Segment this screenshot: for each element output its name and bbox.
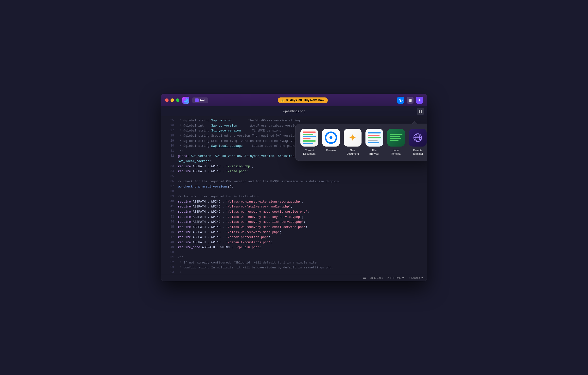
- titlebar-actions: [397, 97, 423, 104]
- code-line: 45 require ABSPATH . WPINC . '/class-wp-…: [161, 225, 427, 230]
- code-line: 48 require ABSPATH . WPINC . '/default-c…: [161, 240, 427, 245]
- code-line: 46 require ABSPATH . WPINC . '/class-wp-…: [161, 230, 427, 235]
- nova-app-icon: [182, 97, 189, 104]
- filename-label: wp-settings.php: [283, 109, 305, 113]
- preview-eye-outer: [325, 131, 337, 144]
- new-document-icon: ✦: [344, 129, 362, 147]
- code-line: 39 // Include files required for initial…: [161, 194, 427, 199]
- local-terminal-icon: [387, 129, 405, 147]
- code-line: 38: [161, 189, 427, 194]
- code-line: 42 require ABSPATH . WPINC . '/class-wp-…: [161, 209, 427, 215]
- star-icon: ✦: [349, 132, 357, 143]
- code-line: 40 require ABSPATH . WPINC . '/class-wp-…: [161, 199, 427, 205]
- tab-file-icon: [195, 98, 199, 102]
- panel-item-local-terminal[interactable]: LocalTerminal: [386, 128, 406, 157]
- status-menu-icon: [363, 276, 366, 279]
- preview-icon: [322, 129, 340, 147]
- panel-item-label: CurrentDocument: [303, 149, 315, 156]
- code-line: 34 require ABSPATH . WPINC . '/load.php'…: [161, 169, 427, 174]
- current-tab[interactable]: test: [192, 97, 208, 103]
- code-line: 43 require ABSPATH . WPINC . '/class-wp-…: [161, 215, 427, 220]
- code-line: 36 // Check for the required PHP version…: [161, 179, 427, 184]
- window-layout-button[interactable]: [407, 97, 414, 104]
- panel-item-label: RemoteTerminal: [413, 149, 423, 156]
- svg-rect-2: [409, 99, 410, 102]
- tab-label: test: [200, 98, 205, 102]
- status-language[interactable]: PHP-HTML: [387, 276, 405, 279]
- preview-eye-inner: [328, 135, 334, 140]
- notification-text: 30 days left. Buy Nova now.: [286, 98, 325, 102]
- code-line: 44 require ABSPATH . WPINC . '/class-wp-…: [161, 220, 427, 225]
- panel-item-remote-terminal[interactable]: RemoteTerminal: [408, 128, 427, 157]
- svg-point-1: [400, 100, 401, 101]
- status-indent[interactable]: 4 Spaces: [409, 276, 424, 279]
- main-window: test ⚠️ 30 days left. Buy Nova now.: [161, 94, 427, 281]
- panel-item-preview[interactable]: Preview: [321, 128, 341, 157]
- code-line: 25 * @global string $wp_version The Word…: [161, 118, 427, 123]
- status-position[interactable]: Ln 1, Col 1: [370, 276, 383, 279]
- code-line: 41 require ABSPATH . WPINC . '/class-wp-…: [161, 204, 427, 209]
- close-button[interactable]: [165, 98, 169, 102]
- code-line: 47 require ABSPATH . WPINC . '/error-pro…: [161, 235, 427, 240]
- traffic-lights: [165, 98, 179, 102]
- preview-eye-button[interactable]: [397, 97, 404, 104]
- svg-point-0: [184, 98, 188, 102]
- code-line: 37 wp_check_php_mysql_versions();: [161, 184, 427, 189]
- notification-banner[interactable]: ⚠️ 30 days left. Buy Nova now.: [278, 97, 328, 103]
- code-line: 49 require_once ABSPATH . WPINC . '/plug…: [161, 245, 427, 250]
- code-line: 50: [161, 250, 427, 255]
- panel-item-label: NewDocument: [346, 149, 359, 156]
- minimize-button[interactable]: [171, 98, 174, 102]
- svg-rect-9: [363, 278, 366, 278]
- titlebar-center: ⚠️ 30 days left. Buy Nova now.: [211, 97, 394, 103]
- titlebar: test ⚠️ 30 days left. Buy Nova now.: [161, 94, 427, 106]
- file-browser-icon: [365, 129, 383, 147]
- add-panel-button[interactable]: [416, 97, 423, 104]
- current-document-icon: [300, 129, 318, 147]
- doc-lines-decoration: [300, 129, 318, 146]
- svg-rect-8: [363, 277, 366, 277]
- panel-item-label: Preview: [326, 149, 336, 152]
- maximize-button[interactable]: [176, 98, 179, 102]
- svg-rect-10: [363, 278, 366, 279]
- panel-switcher-popup: CurrentDocument Preview ✦ NewDocument: [295, 124, 427, 161]
- filename-bar: wp-settings.php: [161, 106, 427, 116]
- warning-icon: ⚠️: [281, 98, 285, 102]
- panel-item-label: LocalTerminal: [391, 149, 401, 156]
- remote-terminal-icon: [409, 129, 427, 147]
- code-line: 52 * If not already configured, `$blog_i…: [161, 260, 427, 265]
- code-line: 53 * configuration. In multisite, it wil…: [161, 265, 427, 270]
- status-bar: Ln 1, Col 1 PHP-HTML 4 Spaces: [161, 274, 427, 281]
- svg-rect-6: [419, 110, 420, 113]
- panel-item-current-document[interactable]: CurrentDocument: [299, 128, 319, 157]
- code-line: 51 /**: [161, 255, 427, 260]
- code-line: 54 *: [161, 270, 427, 274]
- panel-item-file-browser[interactable]: FileBrowser: [364, 128, 384, 157]
- panel-toggle-button[interactable]: [417, 108, 424, 115]
- panel-item-new-document[interactable]: ✦ NewDocument: [343, 128, 363, 157]
- svg-rect-7: [421, 110, 422, 113]
- svg-rect-3: [410, 99, 412, 102]
- code-line: 33 require ABSPATH . WPINC . '/version.p…: [161, 164, 427, 169]
- code-line: 35: [161, 174, 427, 179]
- panel-item-label: FileBrowser: [369, 149, 379, 156]
